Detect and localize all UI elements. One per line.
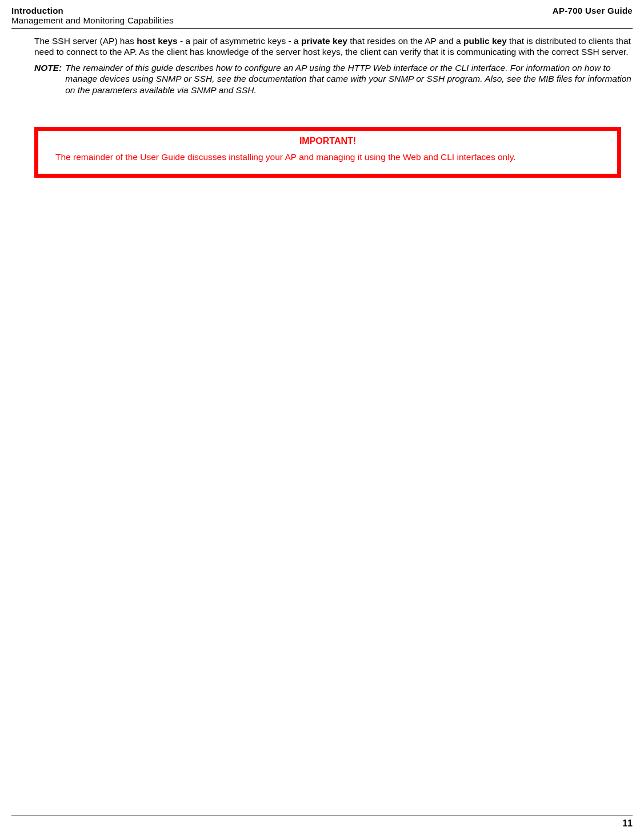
header-subtitle: Management and Monitoring Capabilities bbox=[11, 15, 174, 25]
page-footer: 11 bbox=[11, 816, 633, 829]
important-title: IMPORTANT! bbox=[49, 135, 607, 147]
text-fragment: The SSH server (AP) has bbox=[34, 36, 137, 46]
important-body: The remainder of the User Guide discusse… bbox=[49, 151, 607, 163]
important-callout: IMPORTANT! The remainder of the User Gui… bbox=[34, 127, 621, 178]
page-header: Introduction Management and Monitoring C… bbox=[11, 6, 633, 26]
text-fragment: that resides on the AP and a bbox=[347, 36, 463, 46]
note-block: NOTE: The remainder of this guide descri… bbox=[34, 62, 633, 95]
bold-publickey: public key bbox=[463, 36, 507, 46]
note-body: The remainder of this guide describes ho… bbox=[65, 62, 633, 95]
text-fragment: - a pair of asymmetric keys - a bbox=[178, 36, 301, 46]
content-area: The SSH server (AP) has host keys - a pa… bbox=[11, 29, 633, 178]
header-right: AP-700 User Guide bbox=[553, 6, 633, 15]
bold-hostkeys: host keys bbox=[137, 36, 178, 46]
header-left: Introduction Management and Monitoring C… bbox=[11, 6, 174, 25]
page-number: 11 bbox=[11, 816, 633, 829]
header-title: Introduction bbox=[11, 6, 174, 15]
bold-privatekey: private key bbox=[301, 36, 347, 46]
paragraph-ssh: The SSH server (AP) has host keys - a pa… bbox=[34, 35, 633, 58]
note-label: NOTE: bbox=[34, 62, 65, 95]
